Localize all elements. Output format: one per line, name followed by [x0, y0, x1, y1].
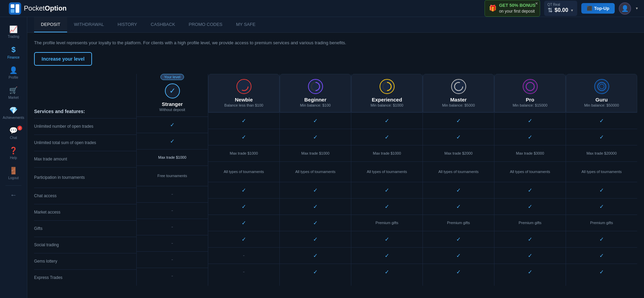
cell-stranger-total-sum: ✓: [137, 133, 208, 149]
cell-guru-market: ✓: [566, 198, 637, 215]
check-icon: ✓: [313, 187, 318, 193]
check-icon: ✓: [599, 203, 604, 210]
level-sub-master: Min balance: $5000: [442, 103, 475, 107]
level-avatar-experienced: [380, 79, 395, 94]
balance-area[interactable]: QT Real ⇅ $0.00 ▼: [544, 1, 577, 16]
level-name-stranger: Stranger: [162, 101, 183, 107]
avatar-icon: 👤: [621, 5, 629, 12]
svg-rect-1: [11, 4, 14, 8]
feature-express: Express Trades: [34, 269, 136, 286]
check-icon: ✓: [456, 269, 461, 275]
level-name-pro: Pro: [526, 97, 534, 103]
sidebar-item-profile[interactable]: 👤 Profile: [0, 63, 27, 82]
avatar-chevron[interactable]: ▼: [635, 6, 639, 10]
cell-guru-express: ✓: [566, 264, 637, 280]
cell-newbie-tournaments: All types of tournaments: [208, 161, 279, 182]
cell-beginner-total-sum: ✓: [280, 129, 351, 145]
check-icon: ✓: [313, 252, 318, 259]
level-name-guru: Guru: [596, 97, 608, 103]
cell-experienced-open-trades: ✓: [351, 112, 423, 129]
cell-pro-express: ✓: [494, 264, 566, 280]
sidebar-item-label: Logout: [8, 176, 19, 180]
sidebar-item-market[interactable]: 🛒 Market: [0, 83, 27, 102]
cell-stranger-gifts: -: [137, 219, 208, 235]
svg-rect-2: [11, 9, 14, 13]
tab-withdrawal[interactable]: WITHDRAWAL: [67, 17, 111, 32]
tab-history[interactable]: HISTORY: [111, 17, 144, 32]
cell-beginner-tournaments: All types of tournaments: [280, 161, 351, 182]
newbie-avatar-svg: [239, 82, 249, 91]
tab-deposit[interactable]: DEPOSIT: [34, 17, 67, 32]
sidebar-item-achievements[interactable]: 💎 Achievements: [0, 104, 27, 122]
cell-pro-tournaments: All types of tournaments: [494, 161, 566, 182]
check-icon: ✓: [599, 134, 604, 140]
check-icon: ✓: [456, 187, 461, 193]
guru-avatar-svg: [597, 82, 607, 91]
level-avatar-master: [451, 79, 466, 94]
cell-pro-social: ✓: [494, 231, 566, 247]
cell-beginner-express: ✓: [280, 264, 351, 280]
cell-pro-gifts: Premium gifts: [494, 215, 566, 231]
tab-mysafe[interactable]: MY SAFE: [229, 17, 262, 32]
experienced-avatar-svg: [382, 82, 392, 91]
check-icon: ✓: [313, 117, 318, 124]
feature-total-sum: Unlimited total sum of open trades: [34, 135, 136, 151]
level-avatar-guru: [594, 79, 609, 94]
logo: PocketOption: [9, 2, 67, 15]
master-avatar-svg: [454, 82, 463, 91]
features-column: Services and features: Unlimited number …: [34, 74, 136, 286]
cell-master-total-sum: ✓: [423, 129, 494, 145]
check-icon: ✓: [599, 236, 604, 242]
cell-master-social: ✓: [423, 231, 494, 247]
cell-beginner-gems: ✓: [280, 247, 351, 264]
logout-icon: 🚪: [9, 167, 18, 175]
cell-experienced-total-sum: ✓: [351, 129, 423, 145]
tab-cashback[interactable]: CASHBACK: [144, 17, 182, 32]
cell-guru-gifts: Premium gifts: [566, 215, 637, 231]
sidebar-item-finance[interactable]: $ Finance: [0, 43, 27, 62]
feature-max-trade: Max trade amount: [34, 151, 136, 167]
level-col-experienced: Experienced Min balance: $1000 ✓ ✓ Max t…: [351, 74, 423, 286]
cell-newbie-market: ✓: [208, 198, 279, 215]
sidebar-item-chat[interactable]: 💬 2 Chat: [0, 124, 27, 142]
bonus-close-icon[interactable]: ✕: [535, 1, 538, 6]
level-col-newbie: Newbie Balance less than $100 ✓ ✓ Max tr…: [208, 74, 279, 286]
features-header: Services and features:: [34, 74, 136, 118]
increase-level-button[interactable]: Increase your level: [34, 52, 92, 66]
cell-pro-chat: ✓: [494, 182, 566, 198]
check-icon: ✓: [456, 117, 461, 124]
cell-guru-open-trades: ✓: [566, 112, 637, 129]
sidebar-item-back[interactable]: ←: [0, 188, 27, 202]
features-title: Services and features:: [34, 109, 85, 114]
cell-stranger-tournaments: Free tournaments: [137, 166, 208, 186]
chat-badge: 2: [17, 126, 22, 130]
topup-button[interactable]: ⬛ Top-Up: [581, 3, 615, 14]
sidebar-item-logout[interactable]: 🚪 Logout: [0, 164, 27, 183]
avatar[interactable]: 👤: [619, 2, 631, 15]
level-header-experienced: Experienced Min balance: $1000: [351, 74, 423, 112]
cell-experienced-express: ✓: [351, 264, 423, 280]
level-sub-guru: Min balance: $50000: [584, 103, 619, 107]
check-icon: ✓: [599, 187, 604, 193]
tab-promo[interactable]: PROMO CODES: [182, 17, 229, 32]
sidebar-item-label: Profile: [9, 76, 18, 79]
topbar: PocketOption 🎁 GET 50% BONUS on your fir…: [0, 0, 644, 17]
level-name-beginner: Beginner: [304, 97, 326, 103]
level-col-pro: Pro Min balance: $15000 ✓ ✓ Max trade $3…: [494, 74, 566, 286]
sidebar-divider: [5, 185, 21, 186]
check-mark-icon: ✓: [169, 87, 175, 95]
sidebar-item-help[interactable]: ❓ Help: [0, 144, 27, 162]
cell-beginner-max-trade: Max trade $1000: [280, 145, 351, 161]
chat-icon: 💬: [9, 126, 18, 135]
cell-master-gifts: Premium gifts: [423, 215, 494, 231]
svg-point-4: [240, 82, 248, 91]
cell-stranger-gems: -: [137, 251, 208, 268]
cell-pro-market: ✓: [494, 198, 566, 215]
pro-avatar-svg: [525, 82, 535, 91]
bonus-banner[interactable]: 🎁 GET 50% BONUS on your first deposit ✕: [485, 0, 540, 17]
cell-stranger-max-trade: Max trade $1000: [137, 149, 208, 166]
level-avatar-stranger: ✓: [165, 83, 180, 98]
sidebar-item-trading[interactable]: 📈 Trading: [0, 22, 27, 41]
cell-newbie-chat: ✓: [208, 182, 279, 198]
cell-pro-open-trades: ✓: [494, 112, 566, 129]
